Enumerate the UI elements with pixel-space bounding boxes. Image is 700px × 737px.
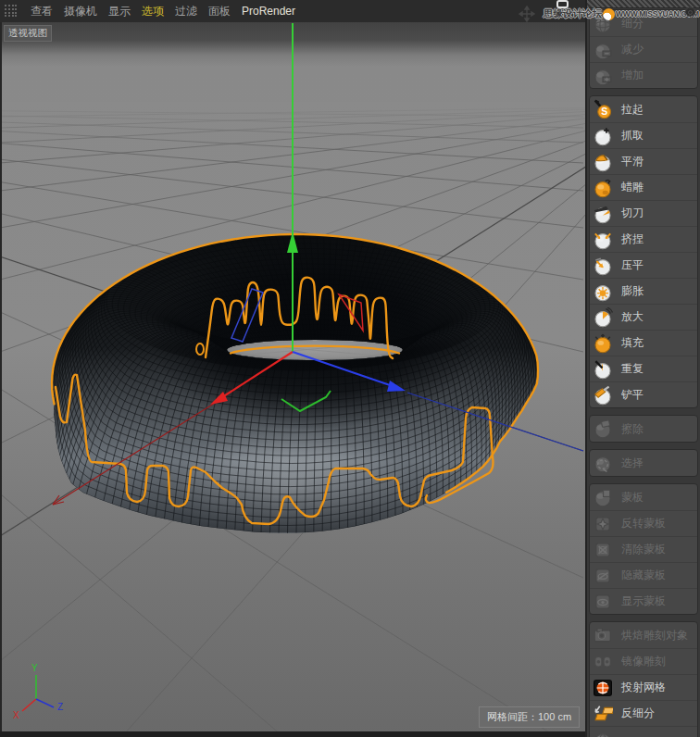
smooth-icon [593,152,613,172]
tool-item-拉起[interactable]: S拉起 [590,96,697,122]
wax-icon [593,178,613,198]
sphere-wire-icon [593,730,613,737]
select-icon [593,453,613,473]
tool-item-显示蒙板[interactable]: 显示蒙板 [590,588,697,614]
flatten-icon [593,256,613,276]
menu-item-1[interactable]: 查看 [25,0,58,22]
mask-show-icon [593,592,613,612]
tool-item-细分[interactable]: 细分 [590,10,697,36]
viewport-menu-bar: 查看摄像机显示选项过滤面板ProRender [0,0,585,22]
mask-invert-icon [593,514,613,534]
pull-icon: S [593,99,613,119]
tool-item-填充[interactable]: 填充 [590,330,697,356]
tool-item-label: 平滑 [621,154,644,169]
tool-item-label: 拉起 [621,102,644,118]
knife-icon [593,204,613,224]
tool-item-label: 蒙板 [621,490,644,506]
tool-item-label: 细分 [621,16,644,31]
pinch-icon [593,230,613,250]
menu-item-2[interactable]: 摄像机 [58,0,103,22]
erase-icon [593,418,613,439]
menu-item-7[interactable]: ProRender [236,0,301,22]
bake-icon [593,625,613,645]
tool-item-清除蒙板[interactable]: 清除蒙板 [590,536,697,562]
tool-item-label: 膨胀 [621,283,644,299]
svg-text:Y: Y [31,663,38,673]
repeat-icon [593,359,613,380]
tool-item-选择[interactable]: 选择 [590,450,697,476]
tool-item-label: 挤捏 [621,231,644,247]
panel-group-6: 烘焙雕刻对象镜像雕刻投射网格反细分 [589,621,698,737]
svg-text:S: S [601,106,607,117]
menu-item-3[interactable]: 显示 [103,0,136,22]
tool-item-label: 压平 [621,257,644,273]
tool-item-label: 切刀 [621,206,644,221]
tool-item-增加[interactable]: 增加 [590,62,697,88]
mask-hide-icon [593,566,613,586]
tool-item-平滑[interactable]: 平滑 [590,148,697,174]
tool-item-反转蒙板[interactable]: 反转蒙板 [590,510,697,536]
tool-item-label: 隐藏蒙板 [621,568,666,583]
tool-item-label: 放大 [621,309,644,325]
tool-item-挤捏[interactable]: 挤捏 [590,226,697,252]
amplify-icon [593,307,613,328]
tool-item-烘焙雕刻对象[interactable]: 烘焙雕刻对象 [590,622,697,648]
tool-item-label: 重复 [621,361,644,377]
tool-item-label: 增加 [621,68,644,83]
tool-item-重复[interactable]: 重复 [590,356,697,381]
tool-item-压平[interactable]: 压平 [590,252,697,278]
tool-item-擦除[interactable]: 擦除 [590,416,697,442]
scrape-icon [593,385,613,406]
sphere-wire-icon [593,13,613,33]
tool-item-label: 清除蒙板 [621,542,666,557]
tool-item-切刀[interactable]: 切刀 [590,200,697,226]
tool-item-镜像雕刻[interactable]: 镜像雕刻 [590,648,697,674]
menu-item-6[interactable]: 面板 [203,0,236,22]
tool-item-label: 反细分 [621,706,655,721]
tool-item-蜡雕[interactable]: 蜡雕 [590,174,697,200]
tool-item-反细分[interactable]: 反细分 [590,700,697,726]
mask-clear-icon [593,540,613,560]
tool-item-label: 擦除 [621,421,644,437]
mirror-icon [593,652,613,672]
tool-item-膨胀[interactable]: 膨胀 [590,278,697,304]
tool-item-蒙板[interactable]: 蒙板 [590,484,697,510]
panel-group-2: S拉起抓取平滑蜡雕切刀挤捏压平膨胀放大填充重复铲平 [589,95,698,408]
svg-text:Z: Z [57,702,63,712]
tool-item-投射网格[interactable]: 投射网格 [590,674,697,700]
sphere-plus-icon [593,66,613,86]
perspective-viewport[interactable]: YXZ 透视视图 网格间距：100 cm [0,22,585,737]
tool-item-放大[interactable]: 放大 [590,304,697,330]
tool-item-label: 选择 [621,456,644,471]
fill-icon [593,333,613,354]
tool-item-抓取[interactable]: 抓取 [590,122,697,148]
tool-item-label: 烘焙雕刻对象 [621,628,688,643]
tool-item-label: 铲平 [621,387,644,403]
panel-group-1: 细分减少增加 [589,9,698,89]
sphere-minus-icon [593,40,613,60]
tool-item-铲平[interactable]: 铲平 [590,381,697,407]
menu-item-4[interactable]: 选项 [136,0,169,22]
tool-item-label: 填充 [621,335,644,351]
menu-item-5[interactable]: 过滤 [169,0,203,22]
tool-item-label: 蜡雕 [621,180,644,195]
grid-spacing-label: 网格间距：100 cm [479,706,580,728]
mask-icon [593,487,613,507]
grab-icon [593,126,613,146]
svg-text:X: X [13,710,19,720]
tool-item-label: 显示蒙板 [621,593,666,609]
tool-item-label: 投射网格 [621,680,666,695]
tool-item-partial[interactable] [590,726,697,737]
tool-item-label: 反转蒙板 [621,516,666,531]
gear-icon[interactable] [682,5,698,20]
menu-grid-icon[interactable] [5,5,18,18]
application-window: 查看摄像机显示选项过滤面板ProRender YXZ 透视视图 网格间距：100… [0,0,700,737]
tool-item-减少[interactable]: 减少 [590,36,697,62]
tool-item-label: 抓取 [621,128,644,144]
tool-item-label: 减少 [621,42,644,57]
tool-item-隐藏蒙板[interactable]: 隐藏蒙板 [590,562,697,588]
panel-group-4: 选择 [589,449,698,477]
view-label[interactable]: 透视视图 [4,25,52,42]
project-icon [593,678,613,698]
tool-item-label: 镜像雕刻 [621,654,666,669]
